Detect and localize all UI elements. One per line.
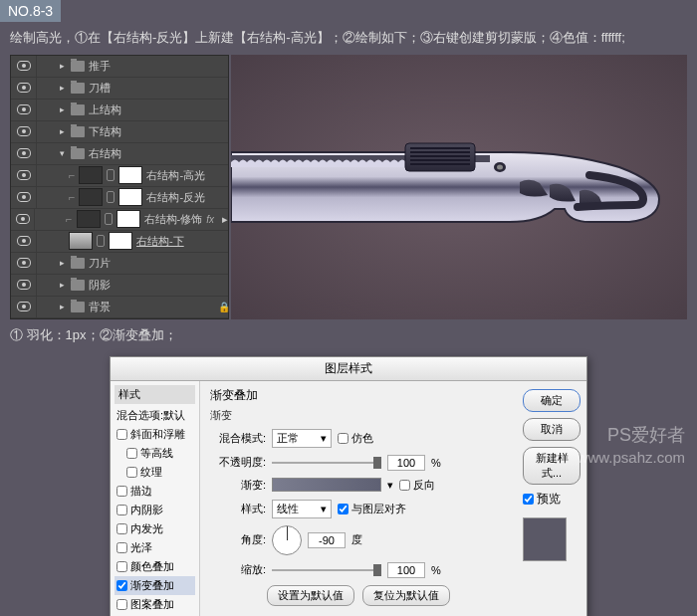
style-item[interactable]: 斜面和浮雕 <box>115 425 195 444</box>
link-icon[interactable] <box>105 213 113 225</box>
scale-input[interactable] <box>387 562 425 578</box>
mask-thumbnail[interactable] <box>118 188 142 206</box>
layer-name[interactable]: 右结构-反光 <box>146 190 228 205</box>
chevron-right-icon[interactable]: ▸ <box>57 280 67 290</box>
dither-checkbox[interactable]: 仿色 <box>338 431 373 446</box>
style-checkbox[interactable] <box>126 448 137 459</box>
fx-badge[interactable]: fx <box>206 214 214 225</box>
link-icon[interactable] <box>107 191 115 203</box>
layer-name[interactable]: 推手 <box>89 59 228 74</box>
style-item[interactable]: 渐变叠加 <box>115 576 195 595</box>
cancel-button[interactable]: 取消 <box>523 418 581 441</box>
style-checkbox[interactable] <box>116 542 127 553</box>
layer-row[interactable]: ⌐右结构-高光 <box>11 165 228 187</box>
style-item[interactable]: 光泽 <box>115 538 195 557</box>
layer-row[interactable]: ⌐右结构-修饰fx▸ <box>11 209 228 231</box>
visibility-toggle[interactable] <box>11 78 37 99</box>
style-item[interactable]: 纹理 <box>115 463 195 482</box>
new-style-button[interactable]: 新建样式... <box>523 447 581 485</box>
layer-row[interactable]: ▸刀片 <box>11 253 228 275</box>
link-icon[interactable] <box>97 235 105 247</box>
layer-thumbnail[interactable] <box>79 166 103 184</box>
layer-name[interactable]: 下结构 <box>89 124 228 139</box>
layer-name[interactable]: 刀片 <box>89 256 228 271</box>
blend-options-item[interactable]: 混合选项:默认 <box>115 406 195 425</box>
visibility-toggle[interactable] <box>11 100 37 120</box>
layer-row[interactable]: 右结构-下 <box>11 231 228 253</box>
layer-name[interactable]: 刀槽 <box>89 81 228 96</box>
visibility-toggle[interactable] <box>11 209 35 230</box>
layer-name[interactable]: 阴影 <box>89 278 228 293</box>
style-item[interactable]: 颜色叠加 <box>115 557 195 576</box>
angle-input[interactable] <box>308 532 346 548</box>
svg-point-7 <box>497 164 503 169</box>
mask-thumbnail[interactable] <box>109 232 132 250</box>
visibility-toggle[interactable] <box>11 165 37 186</box>
layer-name[interactable]: 右结构 <box>89 146 228 161</box>
style-checkbox[interactable] <box>116 505 127 515</box>
opacity-slider[interactable] <box>272 456 381 470</box>
visibility-toggle[interactable] <box>11 187 37 208</box>
layer-name[interactable]: 上结构 <box>89 103 228 117</box>
fx-chevron-icon[interactable]: ▸ <box>222 213 228 226</box>
style-checkbox[interactable] <box>126 467 137 478</box>
visibility-toggle[interactable] <box>11 56 37 77</box>
style-checkbox[interactable] <box>116 599 127 610</box>
chevron-right-icon[interactable]: ▸ <box>57 104 67 114</box>
layer-name[interactable]: 右结构-下 <box>136 234 228 249</box>
style-checkbox[interactable] <box>116 429 127 440</box>
style-item[interactable]: 等高线 <box>115 444 195 463</box>
layer-name[interactable]: 右结构-修饰 <box>144 212 203 227</box>
gradient-picker[interactable] <box>272 478 381 492</box>
angle-dial[interactable] <box>272 525 302 555</box>
mask-thumbnail[interactable] <box>118 166 142 184</box>
layer-row[interactable]: ▸背景🔒 <box>11 297 228 318</box>
visibility-toggle[interactable] <box>11 297 37 317</box>
layer-thumbnail[interactable] <box>77 210 101 228</box>
style-checkbox[interactable] <box>116 523 127 534</box>
chevron-right-icon[interactable]: ▸ <box>57 83 67 93</box>
style-item[interactable]: 描边 <box>115 482 195 501</box>
reset-default-button[interactable]: 复位为默认值 <box>362 585 450 606</box>
scale-slider[interactable] <box>272 563 381 577</box>
mask-thumbnail[interactable] <box>116 210 140 228</box>
layer-row[interactable]: ▾右结构 <box>11 143 228 165</box>
visibility-toggle[interactable] <box>11 231 37 252</box>
chevron-right-icon[interactable]: ▸ <box>57 302 67 311</box>
style-item[interactable]: 内阴影 <box>115 501 195 519</box>
style-checkbox[interactable] <box>116 580 127 591</box>
layer-row[interactable]: ▸阴影 <box>11 275 228 297</box>
eye-icon <box>17 61 31 71</box>
set-default-button[interactable]: 设置为默认值 <box>267 585 354 606</box>
visibility-toggle[interactable] <box>11 121 37 142</box>
visibility-toggle[interactable] <box>11 275 37 296</box>
chevron-right-icon[interactable]: ▸ <box>57 126 67 136</box>
chevron-right-icon[interactable]: ▸ <box>57 258 67 268</box>
reverse-checkbox[interactable]: 反向 <box>399 478 435 493</box>
layer-name[interactable]: 右结构-高光 <box>146 168 228 183</box>
style-item[interactable]: 内发光 <box>115 519 195 538</box>
layer-row[interactable]: ▸上结构 <box>11 100 228 121</box>
visibility-toggle[interactable] <box>11 143 37 164</box>
layer-thumbnail[interactable] <box>69 232 93 250</box>
style-checkbox[interactable] <box>116 486 127 497</box>
align-checkbox[interactable]: 与图层对齐 <box>338 502 406 516</box>
layer-row[interactable]: ⌐右结构-反光 <box>11 187 228 209</box>
link-icon[interactable] <box>107 169 115 181</box>
style-select[interactable]: 线性▾ <box>272 500 332 518</box>
style-item[interactable]: 图案叠加 <box>115 595 195 614</box>
preview-checkbox[interactable]: 预览 <box>523 491 581 508</box>
ok-button[interactable]: 确定 <box>523 389 581 412</box>
opacity-input[interactable] <box>387 455 425 471</box>
gradient-chevron-icon[interactable]: ▾ <box>387 479 393 492</box>
layer-row[interactable]: ▸下结构 <box>11 121 228 143</box>
chevron-down-icon[interactable]: ▾ <box>57 148 67 158</box>
layer-name[interactable]: 背景 <box>89 300 214 314</box>
chevron-right-icon[interactable]: ▸ <box>57 61 67 71</box>
style-checkbox[interactable] <box>116 561 127 572</box>
blend-mode-select[interactable]: 正常▾ <box>272 429 332 448</box>
layer-row[interactable]: ▸刀槽 <box>11 78 228 100</box>
layer-row[interactable]: ▸推手 <box>11 56 228 78</box>
visibility-toggle[interactable] <box>11 253 37 274</box>
layer-thumbnail[interactable] <box>79 188 103 206</box>
